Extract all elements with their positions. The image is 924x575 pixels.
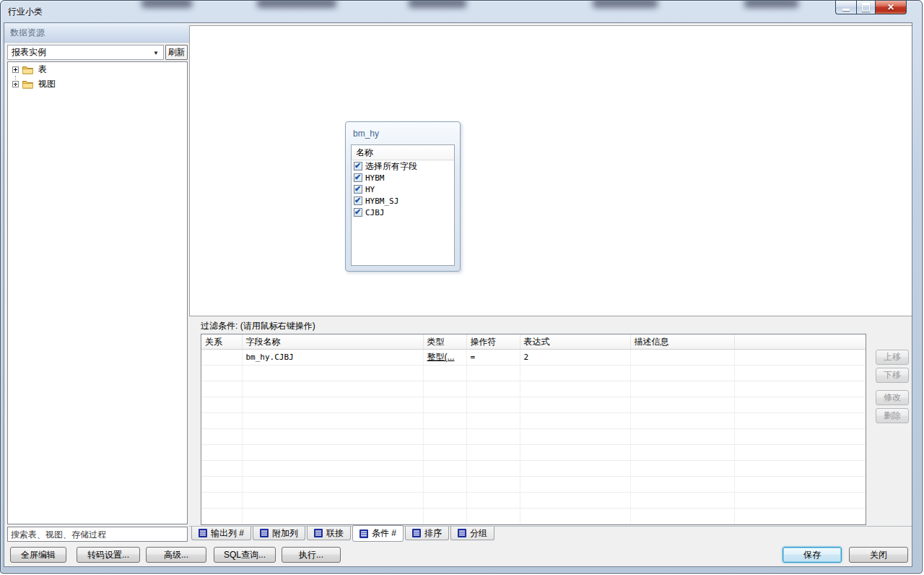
check-icon: ✔ xyxy=(354,183,361,194)
move-up-button[interactable]: 上移 xyxy=(876,350,909,365)
advanced-button[interactable]: 高级... xyxy=(146,547,206,563)
empty-cell xyxy=(201,509,242,524)
col-description[interactable]: 描述信息 xyxy=(630,334,734,350)
tab-sort[interactable]: 排序 xyxy=(405,527,449,540)
field-row: ✔ HY xyxy=(352,183,454,195)
tab-conditions[interactable]: 条件 # xyxy=(352,525,404,542)
empty-cell xyxy=(734,381,866,397)
col-field-name[interactable]: 字段名称 xyxy=(242,334,423,350)
filter-empty-row[interactable] xyxy=(201,493,866,509)
close-window-button[interactable]: ✕ xyxy=(876,1,907,14)
sql-query-button[interactable]: SQL查询... xyxy=(214,547,276,563)
list-icon xyxy=(199,529,207,537)
filter-empty-row[interactable] xyxy=(201,445,866,461)
empty-cell xyxy=(423,509,466,524)
delete-button[interactable]: 删除 xyxy=(876,408,909,423)
tree-item-label: 表 xyxy=(37,64,47,76)
empty-cell xyxy=(520,397,630,413)
empty-cell xyxy=(423,429,466,445)
tab-joins[interactable]: 联接 xyxy=(307,527,351,540)
empty-cell xyxy=(423,445,466,461)
filter-condition-row[interactable]: bm_hy.CJBJ 整型(... = 2 xyxy=(201,350,866,366)
field-checkbox[interactable]: ✔ xyxy=(354,173,362,182)
empty-cell xyxy=(201,445,242,461)
col-expression[interactable]: 表达式 xyxy=(520,334,630,350)
datasource-tree[interactable]: 表 视图 xyxy=(7,61,188,524)
glass-reflection xyxy=(141,1,192,8)
filter-empty-row[interactable] xyxy=(201,429,866,445)
empty-cell xyxy=(242,429,423,445)
field-checkbox[interactable]: ✔ xyxy=(354,208,362,217)
glass-reflection xyxy=(744,1,798,8)
tab-label: 输出列 # xyxy=(211,527,244,540)
empty-cell xyxy=(520,461,630,477)
tab-group[interactable]: 分组 xyxy=(450,527,494,540)
refresh-button[interactable]: 刷新 xyxy=(165,45,188,60)
empty-cell xyxy=(466,429,520,445)
minimize-button[interactable] xyxy=(835,1,856,14)
title-bar[interactable]: 行业小类 ✕ xyxy=(1,1,922,22)
dialog-client-area: 数据资源 报表实例 ▼ 刷新 表 xyxy=(4,22,912,567)
col-operator[interactable]: 操作符 xyxy=(466,334,520,350)
empty-cell xyxy=(242,477,423,493)
col-extra[interactable] xyxy=(734,334,866,350)
col-relation[interactable]: 关系 xyxy=(201,334,242,350)
cell-type[interactable]: 整型(... xyxy=(423,350,466,366)
filter-empty-row[interactable] xyxy=(201,366,866,381)
empty-cell xyxy=(630,429,734,445)
filter-empty-row[interactable] xyxy=(201,461,866,477)
move-down-button[interactable]: 下移 xyxy=(876,368,909,383)
field-label: HY xyxy=(365,185,375,194)
check-icon: ✔ xyxy=(354,195,361,205)
cell-extra xyxy=(734,350,866,366)
save-button[interactable]: 保存 xyxy=(783,547,842,563)
empty-cell xyxy=(466,493,520,509)
filter-condition-section: 过滤条件: (请用鼠标右键操作) 关系 字段名称 类 xyxy=(189,316,912,526)
field-checkbox[interactable]: ✔ xyxy=(354,196,362,205)
empty-cell xyxy=(520,445,630,461)
field-label: 选择所有字段 xyxy=(365,160,417,173)
tab-output-columns[interactable]: 输出列 # xyxy=(191,527,251,540)
empty-cell xyxy=(630,461,734,477)
filter-table[interactable]: 关系 字段名称 类型 操作符 表达式 描述信息 xyxy=(201,334,866,525)
empty-cell xyxy=(423,477,466,493)
empty-cell xyxy=(630,509,734,524)
list-icon xyxy=(458,529,466,537)
execute-button[interactable]: 执行... xyxy=(282,547,341,563)
fullscreen-edit-button[interactable]: 全屏编辑 xyxy=(10,547,66,563)
filter-table-body: bm_hy.CJBJ 整型(... = 2 xyxy=(201,350,866,524)
maximize-button[interactable] xyxy=(856,1,876,14)
datasource-select[interactable]: 报表实例 ▼ xyxy=(7,45,164,60)
window-controls: ✕ xyxy=(835,1,907,14)
maximize-icon xyxy=(862,3,870,12)
empty-cell xyxy=(734,445,866,461)
field-checkbox[interactable]: ✔ xyxy=(354,162,362,170)
close-button[interactable]: 关闭 xyxy=(849,547,908,563)
tree-item-tables[interactable]: 表 xyxy=(8,62,187,77)
designer-canvas[interactable]: bm_hy 名称 ✔ 选择所有字段 ✔ HYBM xyxy=(189,25,912,316)
cell-relation xyxy=(201,350,242,366)
empty-cell xyxy=(242,397,423,413)
empty-cell xyxy=(201,366,242,381)
filter-empty-row[interactable] xyxy=(201,477,866,493)
cell-operator: = xyxy=(466,350,520,366)
tree-item-views[interactable]: 视图 xyxy=(8,77,187,91)
modify-button[interactable]: 修改 xyxy=(876,390,909,405)
filter-empty-row[interactable] xyxy=(201,509,866,524)
expand-plus-icon[interactable] xyxy=(12,66,19,73)
empty-cell xyxy=(242,413,423,429)
table-field-panel[interactable]: bm_hy 名称 ✔ 选择所有字段 ✔ HYBM xyxy=(345,121,461,272)
cell-description xyxy=(630,350,734,366)
list-icon xyxy=(412,529,421,537)
filter-empty-row[interactable] xyxy=(201,413,866,429)
empty-cell xyxy=(630,445,734,461)
col-type[interactable]: 类型 xyxy=(423,334,466,350)
search-input[interactable] xyxy=(7,527,188,542)
transcode-settings-button[interactable]: 转码设置... xyxy=(77,547,140,563)
filter-empty-row[interactable] xyxy=(201,381,866,397)
tab-extra-columns[interactable]: 附加列 xyxy=(253,527,305,540)
filter-empty-row[interactable] xyxy=(201,397,866,413)
field-checkbox[interactable]: ✔ xyxy=(354,185,362,194)
empty-cell xyxy=(630,413,734,429)
empty-cell xyxy=(630,493,734,509)
